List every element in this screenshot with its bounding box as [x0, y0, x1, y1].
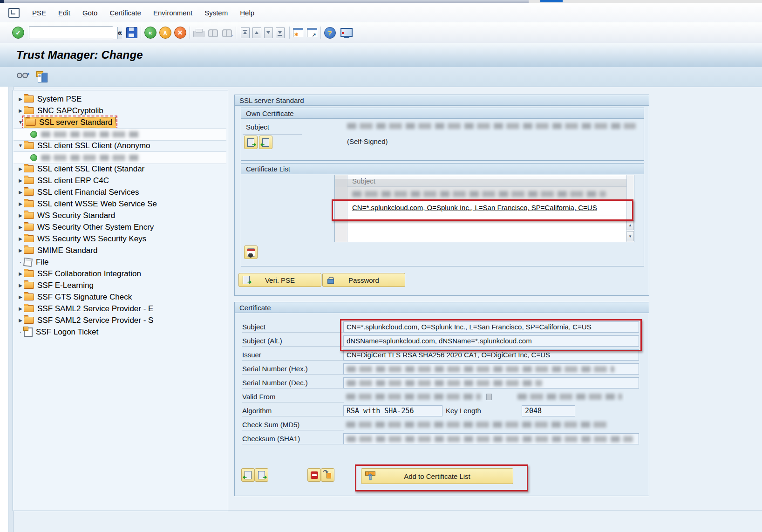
expand-arrow-icon[interactable]: ▶	[17, 201, 24, 206]
menu-goto[interactable]: Goto	[76, 7, 104, 19]
tree-item-ws-security-other-system-encry[interactable]: ▶WS Security Other System Encry	[13, 221, 227, 233]
expand-arrow-icon[interactable]: ▶	[17, 271, 24, 276]
tree-item-ssl-client-erp-c4c[interactable]: ▶SSL client ERP C4C	[13, 175, 227, 186]
expand-arrow-icon[interactable]: ▶	[17, 108, 24, 113]
tree-item-system-pse[interactable]: ▶System PSE	[13, 93, 227, 105]
expand-arrow-icon[interactable]: ▶	[17, 178, 24, 183]
enter-icon[interactable]: ✓	[12, 27, 24, 39]
tree-item-ssl-client-wsse-web-service-se[interactable]: ▶SSL client WSSE Web Service Se	[13, 198, 227, 210]
tree-item-ssf-e-learning[interactable]: ▶SSF E-Learning	[13, 280, 227, 291]
next-page-icon[interactable]	[264, 27, 273, 38]
first-page-icon[interactable]	[241, 27, 250, 38]
export-own-certificate-button[interactable]	[244, 136, 258, 149]
scroll-down-icon[interactable]: ▼	[626, 231, 634, 241]
shortcut-icon[interactable]: ↗	[307, 28, 317, 37]
tree-item-ssl-server-standard[interactable]: ▼SSL server Standard	[13, 116, 227, 128]
last-page-icon[interactable]	[276, 27, 285, 38]
tree-item-smime-standard[interactable]: ▶SMIME Standard	[13, 245, 227, 256]
expand-arrow-icon[interactable]: ▶	[17, 190, 24, 195]
menu-environment[interactable]: Environment	[147, 7, 198, 19]
menu-help[interactable]: Help	[234, 7, 260, 19]
tree-item-ws-security-standard[interactable]: ▶WS Security Standard	[13, 210, 227, 221]
command-field[interactable]	[29, 27, 117, 39]
save-icon[interactable]	[126, 27, 137, 38]
delete-certificate-button[interactable]: −	[244, 246, 258, 259]
up-icon[interactable]: ∧	[159, 27, 171, 39]
collapse-toolbar-icon[interactable]: «	[117, 27, 122, 38]
expand-arrow-icon[interactable]: ▶	[17, 294, 24, 300]
system-menu-icon[interactable]	[8, 8, 20, 18]
tree-item-snc-sapcryptolib[interactable]: ▶SNC SAPCryptolib	[13, 105, 227, 116]
redacted-label	[41, 155, 141, 161]
application-toolbar	[0, 67, 762, 87]
expand-arrow-icon[interactable]: ▶	[17, 306, 24, 311]
display-change-icon[interactable]	[17, 72, 29, 82]
folder-icon	[24, 282, 34, 289]
replace-certificate-button[interactable]	[321, 468, 334, 482]
field-value-sha1[interactable]	[343, 433, 639, 444]
certificate-list-heading: Certificate List	[241, 164, 644, 174]
tree-item-ssl-client-ssl-client-standar[interactable]: ▶SSL client SSL Client (Standar	[13, 163, 227, 175]
field-value-valid-to[interactable]	[515, 391, 624, 402]
menu-edit[interactable]: Edit	[52, 7, 76, 19]
back-icon[interactable]: «	[144, 27, 156, 39]
expand-arrow-icon[interactable]: ▶	[17, 166, 24, 171]
expand-arrow-icon[interactable]: ▶	[17, 318, 24, 323]
expand-arrow-icon[interactable]: ▶	[17, 236, 24, 241]
tree-item-ssf-saml2-service-provider-e[interactable]: ▶SSF SAML2 Service Provider - E	[13, 303, 227, 314]
row-selector[interactable]	[335, 229, 347, 242]
expand-arrow-icon[interactable]: ▶	[17, 225, 24, 230]
monitor-icon[interactable]	[340, 28, 352, 37]
folder-icon	[24, 270, 34, 277]
self-signed-text: (Self-Signed)	[347, 137, 388, 145]
tree-item-ssf-logon-ticket[interactable]: •SSF Logon Ticket	[13, 326, 227, 338]
find-icon[interactable]	[208, 27, 218, 38]
key-length-value[interactable]: 2048	[522, 405, 575, 416]
expand-arrow-icon[interactable]: ▶	[17, 283, 24, 288]
valid-from-calendar-icon[interactable]	[486, 394, 492, 400]
exit-icon[interactable]: ✕	[174, 27, 186, 39]
collapse-arrow-icon[interactable]: ▼	[17, 120, 24, 125]
menu-system[interactable]: System	[198, 7, 234, 19]
menu-pse[interactable]: PSE	[26, 7, 52, 19]
password-button[interactable]: Password	[322, 273, 405, 287]
field-value-serial-hex[interactable]	[343, 363, 639, 375]
field-value-algorithm[interactable]: RSA with SHA-256	[343, 405, 442, 416]
tree-item-ssf-gts-signature-check[interactable]: ▶SSF GTS Signature Check	[13, 291, 227, 303]
field-label-issuer: Issuer	[242, 349, 344, 361]
tree-item-ssl-client-financial-services[interactable]: ▶SSL client Financial Services	[13, 186, 227, 198]
set-invalid-button[interactable]	[307, 468, 321, 482]
selected-tree-item[interactable]: SSL server Standard	[24, 117, 116, 128]
blurred-row	[335, 179, 627, 201]
field-value-md5[interactable]	[343, 419, 639, 430]
scroll-up-icon[interactable]: ▲	[626, 220, 634, 230]
tree-item-label: File	[36, 258, 48, 267]
collapse-arrow-icon[interactable]: ▼	[17, 143, 24, 148]
tree-item-ssf-saml2-service-provider-s[interactable]: ▶SSF SAML2 Service Provider - S	[13, 314, 227, 326]
find-next-icon[interactable]: +	[222, 27, 232, 38]
menu-certificate[interactable]: Certificate	[103, 7, 147, 19]
tree-item-redacted[interactable]	[14, 128, 226, 141]
expand-arrow-icon[interactable]: ▶	[17, 96, 24, 102]
print-icon[interactable]	[193, 31, 204, 37]
annotation-box-certificate-row	[332, 199, 633, 221]
field-value-valid-from[interactable]	[343, 391, 483, 402]
tree-item-ssl-client-ssl-client-anonymo[interactable]: ▼SSL client SSL Client (Anonymo	[13, 140, 227, 151]
expand-arrow-icon[interactable]: ▶	[17, 248, 24, 253]
export-certificate-button[interactable]	[255, 468, 268, 482]
verify-pse-label: Veri. PSE	[265, 276, 295, 284]
verify-pse-button[interactable]: Veri. PSE	[238, 273, 321, 287]
pse-maintenance-icon[interactable]	[36, 71, 48, 82]
new-session-icon[interactable]: ✱	[293, 28, 303, 37]
tree-item-ssf-collaboration-integration[interactable]: ▶SSF Collaboration Integration	[13, 268, 227, 280]
tree-item-redacted[interactable]	[14, 151, 226, 164]
tree-item-file[interactable]: •File	[13, 256, 227, 268]
previous-page-icon[interactable]	[252, 27, 261, 38]
import-own-certificate-button[interactable]	[259, 136, 272, 149]
folder-icon	[24, 212, 34, 219]
import-certificate-button[interactable]	[241, 468, 255, 482]
field-value-serial-dec[interactable]	[343, 377, 639, 389]
help-icon[interactable]: ?	[324, 27, 336, 39]
tree-item-ws-security-ws-security-keys[interactable]: ▶WS Security WS Security Keys	[13, 233, 227, 245]
expand-arrow-icon[interactable]: ▶	[17, 213, 24, 218]
